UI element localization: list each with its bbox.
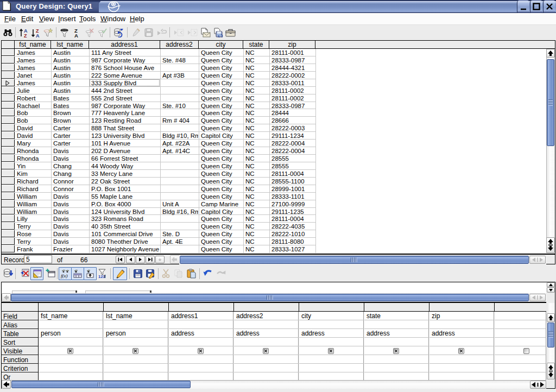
svg-text:A: A <box>74 33 78 38</box>
svg-text:f(x): f(x) <box>61 273 68 279</box>
svg-text:Z: Z <box>24 33 27 38</box>
svg-text:!: ! <box>104 274 106 279</box>
svg-text:A: A <box>36 33 40 38</box>
